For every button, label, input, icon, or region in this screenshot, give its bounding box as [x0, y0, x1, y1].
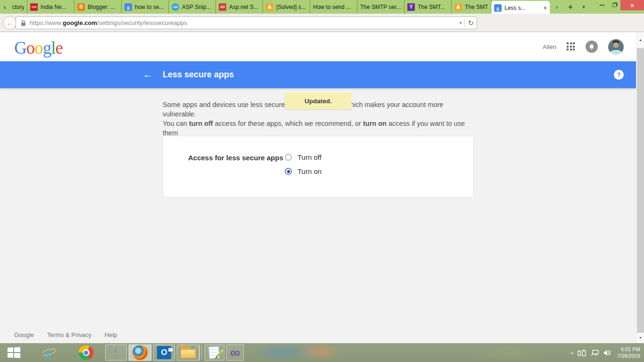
tab-title: [Solved] s... [276, 4, 306, 10]
setting-label: Access for less secure apps [188, 154, 283, 162]
notepad-icon [208, 346, 221, 359]
tab-aspnet[interactable]: AS Asp.net S... [216, 0, 263, 14]
tab-title: Blogger: ... [88, 4, 115, 10]
tab-title: India Ne... [41, 4, 66, 10]
taskbar-outlook[interactable]: O [153, 345, 175, 361]
taskbar-notepad[interactable] [205, 345, 224, 361]
minimize-button[interactable] [596, 0, 608, 10]
taskbar-clock[interactable]: 6:01 PM 7/28/2015 [617, 346, 640, 359]
radio-button-icon[interactable] [285, 154, 292, 161]
footer-link-help[interactable]: Help [105, 331, 117, 338]
chrome-icon [79, 346, 93, 360]
outlook-icon: O [157, 346, 171, 359]
radio-turn-on[interactable]: Turn on [285, 167, 322, 175]
windows-taskbar: e O ∞ ▴ 6:01 PM 7/28/2015 [0, 343, 644, 362]
tab-title: How to send ... [313, 4, 351, 10]
tab-how-to-send[interactable]: How to send ... [310, 0, 357, 14]
battery-icon[interactable] [578, 349, 586, 356]
close-button[interactable]: × [620, 0, 644, 10]
page-footer: Google Terms & Privacy Help [14, 331, 117, 338]
lock-icon [21, 20, 26, 26]
tab-forum-smtp[interactable]: ♟ The SMT... [452, 0, 491, 14]
settings-card: Access for less secure apps Turn off Tur… [163, 136, 474, 197]
new-tab-button[interactable]: + [564, 0, 577, 14]
forum-favicon: ♟ [454, 3, 462, 11]
google-favicon: g [494, 4, 502, 12]
taskbar-firefox-active[interactable] [129, 345, 151, 361]
asp-favicon: ASP [172, 3, 179, 11]
url-text[interactable]: https://www.google.com/settings/security… [30, 19, 459, 26]
browser-tab-bar: ‹ ctory TOI India Ne... B Blogger: ... g… [0, 0, 644, 14]
tab-solved[interactable]: ♟ [Solved] s... [263, 0, 310, 14]
browser-navbar: ← https://www.google.com/settings/securi… [0, 14, 644, 32]
tab-india-news[interactable]: TOI India Ne... [27, 0, 74, 14]
url-dropdown-icon[interactable]: ▾ [459, 20, 462, 25]
network-icon[interactable] [591, 349, 599, 356]
scroll-up-icon[interactable]: ▲ [636, 36, 644, 43]
task-manager-icon [109, 346, 123, 359]
tab-blogger[interactable]: B Blogger: ... [74, 0, 122, 14]
toi-favicon: TOI [30, 3, 38, 11]
tab-title: The SMT... [418, 4, 445, 10]
tab-history[interactable]: ctory [9, 0, 27, 14]
tab-less-secure-apps-active[interactable]: g Less s... × [491, 1, 550, 14]
tab-asp-snippets[interactable]: ASP ASP Snip... [169, 0, 216, 14]
reload-icon[interactable]: ↻ [464, 19, 474, 27]
url-bar[interactable]: https://www.google.com/settings/security… [16, 16, 477, 29]
notifications-bell-icon[interactable] [586, 41, 598, 53]
google-logo[interactable]: Google [14, 38, 63, 58]
taskbar-internet-explorer[interactable]: e [31, 345, 67, 361]
aspnet-favicon: AS [219, 3, 226, 11]
account-name[interactable]: Allen [543, 43, 556, 50]
scrollbar-thumb[interactable] [637, 48, 644, 333]
help-icon[interactable]: ? [614, 70, 624, 80]
page-scrollbar[interactable]: ▲ ▼ [636, 32, 644, 343]
radio-turn-off[interactable]: Turn off [285, 153, 322, 161]
windows-logo-icon [8, 347, 20, 358]
radio-label: Turn off [297, 153, 322, 161]
blogger-favicon: B [77, 3, 85, 11]
internet-explorer-icon: e [41, 346, 57, 360]
firefox-icon [132, 345, 148, 360]
clock-time: 6:01 PM [617, 346, 640, 353]
tab-title: The SMT... [465, 4, 488, 10]
tab-list-dropdown-icon[interactable]: ▾ [577, 0, 590, 14]
tab-yahoo-smtp[interactable]: Y The SMT... [405, 0, 452, 14]
tab-title: The SMTP ser... [360, 4, 401, 10]
google-apps-grid-icon[interactable] [567, 42, 575, 51]
tab-close-icon[interactable]: × [544, 5, 547, 11]
footer-link-google[interactable]: Google [14, 331, 34, 338]
tab-smtp-server[interactable]: The SMTP ser... [357, 0, 405, 14]
volume-icon[interactable] [603, 349, 611, 356]
file-explorer-icon [181, 347, 196, 358]
system-tray: ▴ 6:01 PM 7/28/2015 [571, 343, 642, 362]
tab-how-to-se[interactable]: g how to se... [122, 0, 169, 14]
scroll-down-icon[interactable]: ▼ [636, 334, 644, 341]
taskbar-chrome[interactable] [69, 345, 103, 361]
settings-banner: ← Less secure apps ? [0, 61, 636, 88]
tab-title: ctory [12, 4, 24, 10]
footer-link-terms[interactable]: Terms & Privacy [47, 331, 91, 338]
page-viewport: Google Allen ← Less secure apps ? Some a… [0, 32, 636, 343]
tab-title: Asp.net S... [229, 4, 258, 10]
window-controls: × [596, 0, 644, 10]
page-title: Less secure apps [163, 70, 234, 80]
taskbar-visual-studio[interactable]: ∞ [226, 345, 244, 361]
tab-title: ASP Snip... [182, 4, 211, 10]
show-hidden-icons-icon[interactable]: ▴ [571, 350, 574, 355]
google-header: Google Allen [0, 32, 636, 61]
taskbar-task-manager[interactable] [105, 345, 127, 361]
banner-back-arrow-icon[interactable]: ← [143, 69, 153, 80]
profile-avatar[interactable] [608, 39, 624, 55]
restore-button[interactable] [608, 0, 620, 10]
back-button[interactable]: ← [3, 16, 17, 30]
tab-scroll-right-icon[interactable]: › [550, 0, 564, 14]
clock-date: 7/28/2015 [617, 353, 640, 359]
start-button[interactable] [4, 345, 24, 361]
google-favicon: g [124, 3, 132, 11]
taskbar-file-explorer[interactable] [177, 345, 199, 361]
updated-toast: Updated. [285, 92, 352, 109]
tab-scroll-left-icon[interactable]: ‹ [0, 0, 9, 14]
radio-button-selected-icon[interactable] [285, 168, 292, 175]
tab-title: Less s... [504, 5, 541, 11]
